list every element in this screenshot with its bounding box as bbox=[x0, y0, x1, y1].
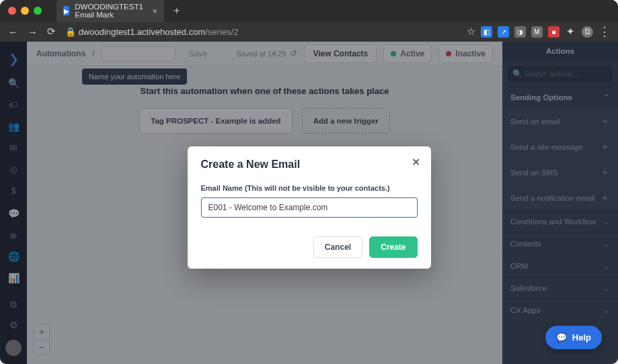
modal-field-label: Email Name (This will not be visible to … bbox=[201, 184, 418, 192]
modal-title: Create a New Email bbox=[201, 158, 418, 171]
tab-favicon-icon: ▶ bbox=[63, 6, 69, 15]
address-bar[interactable]: 🔒 dwoodingtest1.activehosted.com/series/… bbox=[65, 27, 457, 37]
extension-icon-1[interactable]: ◧ bbox=[481, 26, 492, 38]
nav-reload-icon[interactable]: ⟳ bbox=[47, 26, 56, 38]
window-controls bbox=[8, 7, 42, 15]
extension-icons: ☆ ◧ ↗ ◑ M ■ ✦ D ⋮ bbox=[467, 26, 610, 38]
tab-title: DWOODINGTEST1 Email Mark bbox=[75, 3, 147, 19]
modal-actions: Cancel Create bbox=[201, 236, 418, 258]
minimize-window-button[interactable] bbox=[21, 7, 29, 15]
new-tab-button[interactable]: + bbox=[169, 5, 184, 17]
browser-tab[interactable]: ▶ DWOODINGTEST1 Email Mark × bbox=[56, 0, 164, 22]
browser-menu-icon[interactable]: ⋮ bbox=[598, 26, 610, 38]
extension-icon-4[interactable]: M bbox=[531, 26, 543, 38]
extension-icon-5[interactable]: ■ bbox=[548, 26, 559, 38]
url-path: /series/2 bbox=[205, 27, 238, 37]
email-name-input[interactable] bbox=[201, 197, 418, 218]
url-host: dwoodingtest1.activehosted.com bbox=[79, 27, 206, 37]
extension-icon-3[interactable]: ◑ bbox=[514, 26, 526, 38]
bookmark-star-icon[interactable]: ☆ bbox=[467, 26, 475, 38]
mac-titlebar: ▶ DWOODINGTEST1 Email Mark × + bbox=[0, 0, 618, 21]
extension-icon-2[interactable]: ↗ bbox=[498, 26, 509, 38]
maximize-window-button[interactable] bbox=[34, 7, 42, 15]
nav-forward-icon[interactable]: → bbox=[28, 26, 38, 38]
cancel-button[interactable]: Cancel bbox=[313, 236, 362, 258]
close-window-button[interactable] bbox=[8, 7, 16, 15]
nav-back-icon[interactable]: ← bbox=[8, 26, 18, 38]
modal-wrap: Create a New Email ✕ Email Name (This wi… bbox=[0, 42, 618, 364]
browser-toolbar: ← → ⟳ 🔒 dwoodingtest1.activehosted.com/s… bbox=[0, 21, 618, 42]
modal-close-icon[interactable]: ✕ bbox=[412, 156, 420, 169]
create-button[interactable]: Create bbox=[369, 236, 417, 258]
tab-close-icon[interactable]: × bbox=[152, 6, 157, 16]
profile-avatar-icon[interactable]: D bbox=[582, 26, 593, 38]
extensions-menu-icon[interactable]: ✦ bbox=[565, 26, 576, 38]
lock-icon: 🔒 bbox=[65, 27, 76, 37]
app-root: ❯ 🔍 🏷 👥 ✉ ◎ ＄ 💬 ≣ 🌐 📊 ⧉ ⚙ Automations / … bbox=[0, 42, 618, 364]
create-email-modal: Create a New Email ✕ Email Name (This wi… bbox=[188, 146, 431, 269]
browser-tabstrip: ▶ DWOODINGTEST1 Email Mark × + bbox=[56, 0, 184, 22]
